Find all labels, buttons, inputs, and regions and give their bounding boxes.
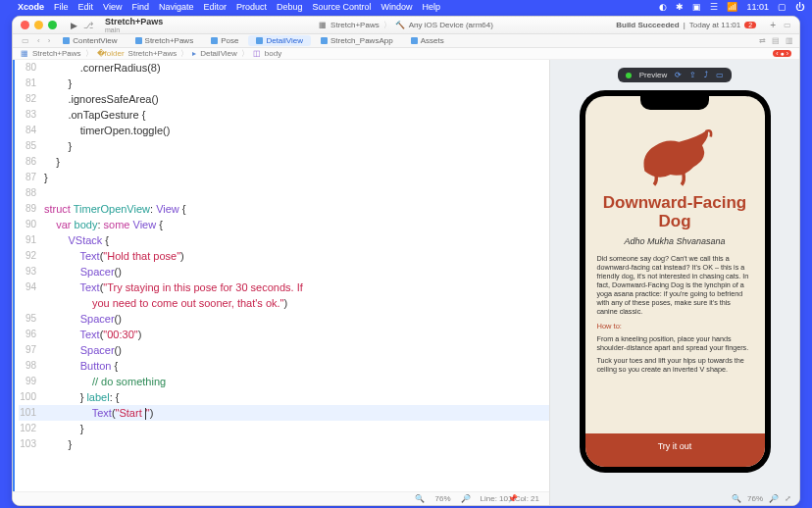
code-line[interactable]: 90 var body: some View { (19, 217, 549, 232)
source-control-icon[interactable]: ⎇ (83, 21, 93, 30)
code-line[interactable]: 99 // do something (19, 374, 549, 389)
scheme-icon: ▦ (319, 21, 327, 29)
menubar-time[interactable]: 11:01 (746, 2, 769, 12)
minimap-icon[interactable]: ▤ (772, 36, 780, 45)
menu-item[interactable]: Editor (203, 2, 227, 12)
zoom-in-icon[interactable]: 🔎 (769, 494, 779, 503)
menu-app[interactable]: Xcode (18, 2, 44, 12)
swift-file-icon (411, 37, 418, 44)
editor-tab[interactable]: Stretch_PawsApp (313, 35, 401, 46)
editor-tab[interactable]: Stretch+Paws (127, 35, 202, 46)
editor-tab[interactable]: ContentView (55, 35, 125, 46)
pin-icon[interactable]: ⇪ (689, 71, 696, 79)
code-line[interactable]: 89struct TimerOpenView: View { (19, 201, 549, 217)
status-icon[interactable]: 📶 (727, 2, 737, 12)
xcode-window: ▶ ⎇ Stretch+Paws main ▦ Stretch+Paws 〉 🔨… (12, 16, 800, 506)
toggle-nav-icon[interactable]: ▭ (19, 36, 32, 45)
add-tab-button[interactable]: + (770, 20, 776, 30)
menu-item[interactable]: Window (381, 2, 413, 12)
pose-illustration (631, 120, 719, 188)
device-settings-icon[interactable]: ▭ (716, 71, 724, 79)
device-name[interactable]: Any iOS Device (arm64) (409, 21, 493, 29)
code-line[interactable]: 96 Text("00:30") (19, 327, 549, 342)
swift-file-icon (63, 37, 70, 44)
build-status: Build Succeeded (616, 21, 679, 29)
code-line[interactable]: 81 } (19, 76, 549, 91)
close-button[interactable] (21, 21, 29, 29)
code-line[interactable]: 98 Button { (19, 358, 549, 374)
code-line[interactable]: 86 } (19, 154, 549, 170)
zoom-in-icon[interactable]: 🔎 (461, 491, 471, 506)
assistant-icon[interactable]: ▥ (786, 36, 793, 45)
app-screen: Downward-Facing Dog Adho Mukha Shvanasan… (585, 96, 765, 467)
fit-icon[interactable]: ⤢ (785, 494, 791, 503)
zoom-out-icon[interactable]: 🔍 (415, 491, 425, 506)
export-icon[interactable]: ⤴ (704, 71, 708, 79)
code-line[interactable]: 94 Text("Try staying in this pose for 30… (19, 279, 549, 311)
preview-zoom[interactable]: 76% (747, 494, 763, 503)
canvas-preview: Preview ⟳ ⇪ ⤴ ▭ Downward-Facing Dog Adho… (549, 60, 799, 505)
pin-preview-icon[interactable]: 📌 (508, 494, 518, 503)
code-line[interactable]: 84 timerOpen.toggle() (19, 123, 549, 138)
code-line[interactable]: 83 .onTapGesture { (19, 107, 549, 123)
menu-item[interactable]: File (54, 2, 69, 12)
menu-item[interactable]: Find (131, 2, 149, 12)
status-icon[interactable]: ⏻ (795, 2, 804, 12)
pose-step: Tuck your toes and lift your hips up tow… (597, 356, 753, 374)
editor-tab[interactable]: Assets (403, 35, 452, 46)
code-line[interactable]: 102 } (19, 421, 549, 436)
editor-tab[interactable]: Pose (203, 35, 246, 46)
menu-item[interactable]: Help (423, 2, 441, 12)
status-icon[interactable]: ▢ (778, 2, 787, 12)
code-line[interactable]: 100 } label: { (19, 389, 549, 405)
code-line[interactable]: 80 .cornerRadius(8) (19, 60, 549, 76)
status-icon[interactable]: ▣ (692, 2, 701, 12)
zoom-button[interactable] (48, 21, 57, 29)
code-line[interactable]: 93 Spacer() (19, 264, 549, 279)
breadcrumb[interactable]: ▦ Stretch+Paws〉 �folder Stretch+Paws〉 ▸ … (13, 48, 799, 60)
editor-options-icon[interactable]: ⇄ (759, 36, 766, 45)
try-it-button[interactable]: Try it out (585, 433, 765, 467)
menu-item[interactable]: Source Control (313, 2, 372, 12)
nav-forward-icon[interactable]: › (45, 36, 54, 45)
error-badge[interactable]: 2 (744, 22, 756, 28)
code-line[interactable]: 85 } (19, 138, 549, 154)
minimize-button[interactable] (34, 21, 43, 29)
menu-item[interactable]: Debug (277, 2, 303, 12)
code-line[interactable]: 91 VStack { (19, 232, 549, 248)
pose-title: Downward-Facing Dog (597, 194, 753, 230)
zoom-out-icon[interactable]: 🔍 (732, 494, 741, 503)
device-frame: Downward-Facing Dog Adho Mukha Shvanasan… (580, 90, 771, 473)
code-line[interactable]: 97 Spacer() (19, 342, 549, 358)
nav-back-icon[interactable]: ‹ (34, 36, 43, 45)
pose-step: From a kneeling position, place your han… (597, 334, 753, 352)
zoom-level[interactable]: 76% (434, 491, 450, 506)
menu-item[interactable]: Navigate (159, 2, 194, 12)
crumb-error-badge[interactable]: ‹ ● › (773, 50, 791, 57)
status-icon[interactable]: ☰ (710, 2, 718, 12)
menu-item[interactable]: View (103, 2, 122, 12)
code-line[interactable]: 101 Text("Start ") (19, 405, 549, 421)
menu-item[interactable]: Product (236, 2, 267, 12)
swift-file-icon (211, 37, 218, 44)
code-line[interactable]: 95 Spacer() (19, 311, 549, 327)
pose-description: Did someone say dog? Can't we call this … (597, 254, 753, 316)
library-button[interactable]: ▭ (784, 21, 791, 29)
code-editor[interactable]: 80 .cornerRadius(8)81 }82 .ignoresSafeAr… (13, 60, 549, 505)
build-time: Today at 11:01 (689, 21, 740, 29)
code-line[interactable]: 82 .ignoresSafeArea() (19, 91, 549, 107)
project-name[interactable]: Stretch+Paws (105, 18, 163, 26)
status-icon[interactable]: ✱ (676, 2, 684, 12)
menu-item[interactable]: Edit (78, 2, 94, 12)
editor-tab[interactable]: DetailView (248, 35, 311, 46)
run-button[interactable]: ▶ (71, 21, 77, 30)
scheme-name[interactable]: Stretch+Paws (330, 21, 380, 29)
refresh-icon[interactable]: ⟳ (675, 71, 682, 79)
code-line[interactable]: 92 Text("Hold that pose") (19, 248, 549, 264)
titlebar: ▶ ⎇ Stretch+Paws main ▦ Stretch+Paws 〉 🔨… (13, 17, 799, 34)
code-line[interactable]: 88 (19, 185, 549, 201)
code-line[interactable]: 87} (19, 170, 549, 185)
code-line[interactable]: 103 } (19, 436, 549, 452)
status-icon[interactable]: ◐ (659, 2, 667, 12)
preview-toolbar: Preview ⟳ ⇪ ⤴ ▭ (618, 68, 732, 82)
